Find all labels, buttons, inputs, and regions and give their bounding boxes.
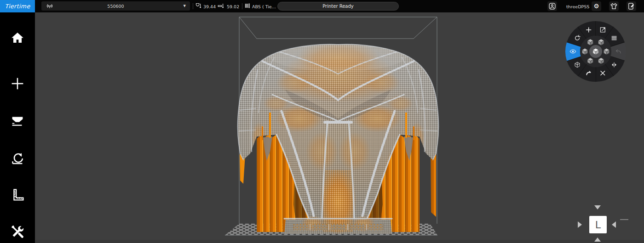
brand-logo[interactable]: Tiertime: [0, 0, 35, 12]
sidebar-item-measure[interactable]: [0, 182, 35, 208]
helmet-shell: [193, 37, 488, 239]
user-icon: [548, 2, 556, 10]
svg-text:⚙: ⚙: [593, 3, 599, 10]
rotate-left-arrow[interactable]: [612, 221, 616, 228]
bottom-strip: [35, 240, 644, 243]
rotate-down-arrow[interactable]: [594, 205, 601, 209]
divider: [242, 3, 242, 9]
chin-ornaments: [293, 224, 384, 230]
gear-icon: ⚙: [592, 2, 601, 11]
bed-temp-value: 59.02: [227, 4, 239, 9]
chevron-down-icon: ▼: [184, 4, 186, 8]
notes-button[interactable]: [627, 1, 636, 11]
settings-button[interactable]: ⚙: [592, 1, 601, 11]
rotate-up-arrow[interactable]: [594, 237, 601, 242]
nozzle-temp-icon: [195, 2, 202, 9]
sidebar-item-tools[interactable]: [0, 219, 35, 243]
sidebar-item-print[interactable]: [0, 108, 35, 134]
extruder-icon: [9, 112, 26, 130]
printer-id: 550600: [41, 4, 190, 9]
home-icon: [9, 29, 26, 46]
sidebar-item-add[interactable]: [0, 71, 35, 96]
sidebar: [0, 12, 35, 243]
plus-icon: [9, 75, 26, 92]
bed-temp-icon: [218, 2, 224, 9]
tools-icon: [9, 223, 26, 241]
view-radial-menu[interactable]: [564, 20, 627, 83]
divider: [193, 3, 193, 9]
view-cube-label: L: [595, 219, 601, 231]
nozzle-temp-value: 39.44: [203, 4, 216, 9]
viewport-3d[interactable]: L: [35, 12, 644, 243]
ruler-icon: [9, 186, 26, 204]
document-edit-icon: [627, 2, 635, 10]
printer-selector[interactable]: 550600 ▼: [41, 1, 190, 11]
shop-button[interactable]: [609, 1, 619, 11]
sidebar-item-rotate[interactable]: [0, 146, 35, 171]
spool-icon: [244, 2, 251, 9]
material-label: ABS ( Tie...: [252, 4, 276, 9]
sidebar-item-home[interactable]: [0, 25, 35, 51]
rotate-icon: [9, 150, 26, 167]
tshirt-icon: [610, 2, 618, 10]
user-button[interactable]: [547, 1, 557, 11]
top-bar: Tiertime 550600 ▼ 39.44 59.02 ABS ( Tie.…: [0, 0, 644, 12]
account-label: threeDPSS: [566, 4, 589, 9]
view-cube[interactable]: L: [589, 216, 607, 233]
rotate-right-arrow[interactable]: [578, 221, 582, 228]
model-3d-helmet[interactable]: [35, 12, 644, 243]
printer-status: Printer Ready: [277, 2, 399, 11]
